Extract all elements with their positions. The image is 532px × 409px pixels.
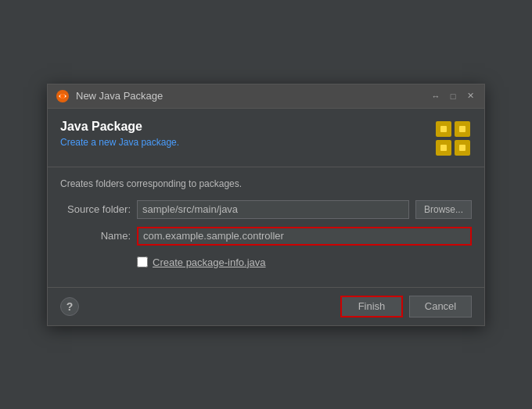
svg-rect-9 [459,145,466,151]
create-package-info-checkbox[interactable] [137,257,148,267]
maximize-button[interactable]: □ [447,90,459,102]
bottom-section: ? Finish Cancel [48,287,484,325]
svg-rect-6 [440,126,447,132]
svg-rect-8 [440,145,447,151]
description-text: Creates folders corresponding to package… [60,178,472,189]
app-icon [56,89,70,103]
finish-button[interactable]: Finish [340,296,403,318]
help-button[interactable]: ? [60,297,79,316]
checkbox-row: Create package-info.java [137,257,472,268]
source-folder-input[interactable] [137,200,409,219]
close-button[interactable]: ✕ [464,90,476,102]
name-input[interactable] [137,227,472,246]
source-folder-label: Source folder: [60,203,131,215]
window-controls: ↔ □ ✕ [430,90,476,102]
minimize-button[interactable]: ↔ [430,90,442,102]
dialog-title: New Java Package [76,90,423,102]
package-icon [434,120,472,157]
new-java-package-dialog: New Java Package ↔ □ ✕ Java Package Crea… [47,84,485,326]
name-label: Name: [60,230,131,242]
content-section: Creates folders corresponding to package… [48,167,484,287]
header-text: Java Package Create a new Java package. [60,120,179,148]
svg-rect-7 [459,126,466,132]
header-subtitle: Create a new Java package. [60,137,179,148]
name-row: Name: [60,227,472,246]
create-package-info-label[interactable]: Create package-info.java [153,257,266,268]
browse-button[interactable]: Browse... [415,200,472,219]
cancel-button[interactable]: Cancel [409,296,472,318]
svg-point-1 [60,94,65,99]
source-folder-row: Source folder: Browse... [60,200,472,219]
title-bar: New Java Package ↔ □ ✕ [48,84,484,109]
action-buttons: Finish Cancel [340,296,472,318]
header-title: Java Package [60,120,179,134]
header-section: Java Package Create a new Java package. [48,109,484,167]
